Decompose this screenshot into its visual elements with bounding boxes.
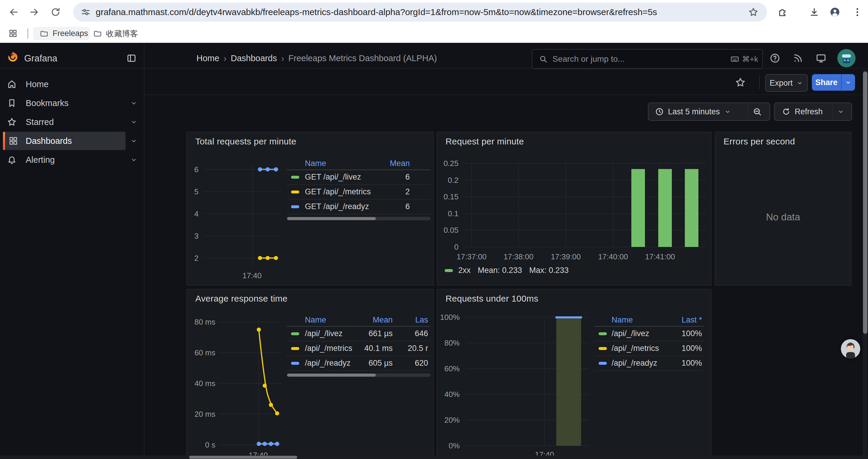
zoom-out-icon[interactable] <box>752 107 762 117</box>
forward-icon[interactable] <box>29 7 39 18</box>
series-mean: 2 <box>405 185 410 198</box>
assistant-avatar-widget[interactable] <box>841 339 860 359</box>
horizontal-scrollbar-thumb[interactable] <box>189 456 297 459</box>
legend-col-name[interactable]: Name <box>612 314 633 326</box>
rss-icon[interactable] <box>793 53 803 64</box>
reload-icon[interactable] <box>50 7 61 18</box>
series-last: 100% <box>682 327 702 340</box>
legend-row[interactable]: /api/_/readyz 605 µs 620 <box>286 356 430 371</box>
sidebar-item-alerting[interactable]: Alerting <box>0 150 144 169</box>
monitor-icon[interactable] <box>816 53 826 64</box>
chevron-down-icon[interactable] <box>130 118 138 126</box>
sidebar-item-home[interactable]: Home <box>0 75 144 94</box>
breadcrumb-home[interactable]: Home <box>196 54 219 63</box>
search-input[interactable]: Search or jump to... ⌘+k <box>532 49 763 69</box>
chevron-down-icon <box>724 108 731 115</box>
series-name[interactable]: /api/_/metrics <box>612 341 659 355</box>
no-data-message: No data <box>715 211 851 223</box>
menu-dots-icon[interactable] <box>852 7 863 19</box>
apps-grid-icon[interactable] <box>8 29 18 38</box>
vertical-scrollbar-thumb[interactable] <box>863 71 867 334</box>
share-menu-button[interactable] <box>841 74 855 91</box>
legend-row[interactable]: /api/_/livez 100% <box>594 327 704 341</box>
legend-row[interactable]: /api/_/readyz 100% <box>594 356 704 371</box>
url-text[interactable]: grafana.mathmast.com/d/deytv4rwavabkb/fr… <box>96 7 746 17</box>
panel-total-requests: Total requests per minute Name Mean GET … <box>186 132 434 286</box>
series-name[interactable]: /api/_/metrics <box>305 341 352 355</box>
search-icon <box>539 55 548 64</box>
series-name[interactable]: GET /api/_/readyz <box>305 200 369 213</box>
legend-header: Name Last * <box>594 314 704 327</box>
legend-row[interactable]: GET /api/_/metrics 2 <box>286 185 430 200</box>
search-shortcut: ⌘+k <box>730 55 758 64</box>
series-name[interactable]: /api/_/livez <box>612 327 649 340</box>
chevron-down-icon[interactable] <box>130 156 138 164</box>
refresh-interval-dropdown[interactable] <box>837 108 844 115</box>
extensions-icon[interactable] <box>777 7 788 18</box>
breadcrumb-separator: › <box>277 53 288 64</box>
panel-legend[interactable]: 2xx Mean: 0.233 Max: 0.233 <box>445 266 569 275</box>
group-divider <box>832 105 833 118</box>
legend-row[interactable]: /api/_/metrics 100% <box>594 341 704 356</box>
sidebar-item-label: Bookmarks <box>26 94 68 112</box>
panel-title[interactable]: Average response time <box>195 294 287 304</box>
sidebar-item-dashboards[interactable]: Dashboards <box>0 131 144 150</box>
panel-title[interactable]: Errors per second <box>723 136 795 146</box>
refresh-button[interactable]: Refresh <box>775 107 823 117</box>
sidebar-item-bookmarks[interactable]: Bookmarks <box>0 94 144 112</box>
legend-scrollbar[interactable] <box>286 217 430 220</box>
user-avatar[interactable] <box>837 49 856 67</box>
grafana-logo-icon[interactable] <box>6 51 19 65</box>
chevron-down-icon[interactable] <box>130 99 138 107</box>
legend-row[interactable]: /api/_/metrics 40.1 ms 20.5 r <box>286 341 430 356</box>
group-divider <box>748 105 749 118</box>
series-name[interactable]: /api/_/livez <box>305 327 343 340</box>
share-button[interactable]: Share <box>812 74 841 91</box>
legend-col-last[interactable]: Las <box>415 314 428 326</box>
time-range-picker[interactable]: Last 5 minutes <box>649 107 731 117</box>
panel-toggle-icon[interactable] <box>126 53 136 63</box>
panel-errors-per-second: Errors per second No data <box>715 132 851 286</box>
download-icon[interactable] <box>809 7 819 18</box>
series-name[interactable]: /api/_/readyz <box>305 356 351 370</box>
series-name[interactable]: /api/_/readyz <box>612 356 657 370</box>
panel-title[interactable]: Total requests per minute <box>195 136 296 146</box>
tune-icon[interactable] <box>80 7 91 18</box>
brand-name[interactable]: Grafana <box>24 53 57 64</box>
legend-row[interactable]: /api/_/livez 661 µs 646 <box>286 327 430 341</box>
scrollbar-thumb[interactable] <box>287 217 376 220</box>
export-button[interactable]: Export <box>765 74 808 92</box>
sidebar-nav: Home Bookmarks Starred Dashboards <box>0 68 144 459</box>
series-name[interactable]: GET /api/_/metrics <box>305 185 371 198</box>
series-name[interactable]: GET /api/_/livez <box>305 170 361 184</box>
horizontal-scrollbar-track[interactable] <box>0 455 868 459</box>
panel-average-response-time: Average response time Name Mean Las /api… <box>186 289 434 459</box>
favorite-star-icon[interactable] <box>735 77 746 88</box>
series-name[interactable]: 2xx <box>458 266 471 275</box>
back-icon[interactable] <box>8 7 19 18</box>
legend-row[interactable]: GET /api/_/readyz 6 <box>286 200 430 215</box>
legend-col-name[interactable]: Name <box>305 158 326 169</box>
sidebar-item-starred[interactable]: Starred <box>0 112 144 131</box>
scrollbar-thumb[interactable] <box>287 374 376 376</box>
panel-title[interactable]: Request per minute <box>445 136 524 146</box>
legend-row[interactable]: GET /api/_/livez 6 <box>286 170 430 185</box>
chevron-down-icon[interactable] <box>130 137 138 145</box>
bookmark-star-icon[interactable] <box>748 7 759 18</box>
bookmark-item-freeleaps[interactable]: Freeleaps <box>33 27 90 40</box>
legend-col-last[interactable]: Last * <box>682 314 702 326</box>
profile-avatar-icon[interactable] <box>830 7 840 19</box>
breadcrumb-dashboards[interactable]: Dashboards <box>231 54 277 63</box>
help-icon[interactable] <box>770 53 780 64</box>
bookmark-item-blogs[interactable]: 收藏博客 <box>93 27 138 40</box>
legend-col-name[interactable]: Name <box>305 314 326 326</box>
url-bar[interactable]: grafana.mathmast.com/d/deytv4rwavabkb/fr… <box>73 3 767 22</box>
panel-title[interactable]: Requests under 100ms <box>445 294 538 304</box>
series-swatch <box>291 205 299 208</box>
legend-col-mean[interactable]: Mean <box>390 158 410 169</box>
legend-scrollbar[interactable] <box>286 373 430 377</box>
toolbar-divider <box>759 76 760 89</box>
series-last: 620 <box>415 356 428 370</box>
legend-col-mean[interactable]: Mean <box>373 314 393 326</box>
export-label: Export <box>770 78 793 88</box>
